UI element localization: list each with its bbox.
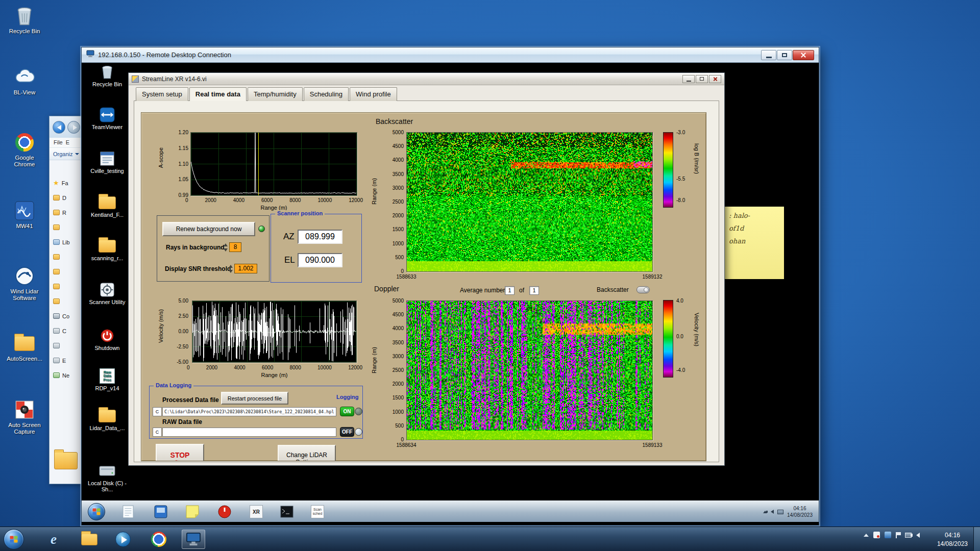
remote-icon-shutdown[interactable]: Shutdown [86, 328, 129, 351]
remote-icon-scanning-folder[interactable]: scanning_r... [86, 238, 129, 261]
remote-icon-recycle-bin[interactable]: Recycle Bin [86, 64, 129, 87]
stop-software-button[interactable]: STOP software [156, 444, 204, 461]
tick-label: 1000 [381, 241, 404, 246]
taskbar-chrome-icon[interactable] [149, 530, 168, 549]
explorer-tree-item[interactable]: E [50, 353, 82, 368]
explorer-tree-item[interactable] [50, 338, 82, 353]
show-desktop-button[interactable] [973, 527, 980, 551]
explorer-tree-item[interactable] [50, 279, 82, 294]
taskbar-notepad-icon[interactable] [120, 504, 136, 519]
desktop-icon-wind-lidar[interactable]: Wind Lidar Software [4, 265, 45, 302]
az-value-field[interactable]: 089.999 [298, 230, 342, 244]
rays-value-field[interactable]: 8 [229, 242, 241, 252]
remote-start-button[interactable] [88, 503, 105, 520]
tick-label: 12000 [348, 365, 362, 370]
explorer-tree-item[interactable] [50, 294, 82, 309]
close-button[interactable] [793, 50, 814, 60]
explorer-tree-item[interactable]: Co [50, 309, 82, 323]
remote-icon-teamviewer[interactable]: TeamViewer [86, 107, 129, 130]
tray-app-icon[interactable] [885, 532, 891, 538]
desktop-icon-google-chrome[interactable]: Google Chrome [4, 132, 45, 168]
velocity-ylabel: Velocity (m/s) [158, 309, 164, 343]
average-total-field[interactable]: 1 [529, 286, 539, 295]
host-clock[interactable]: 04:16 14/08/2023 [937, 531, 968, 548]
raw-path-field[interactable] [162, 428, 336, 437]
minimize-button[interactable] [761, 50, 776, 60]
taskbar-app-icon[interactable] [153, 504, 168, 519]
explorer-tree-item[interactable]: Lib [50, 235, 82, 249]
explorer-tree-item[interactable]: C [50, 323, 82, 338]
tray-security-icon[interactable] [873, 532, 880, 538]
tab-wind-profile[interactable]: Wind profile [350, 87, 397, 101]
processed-logging-toggle[interactable]: ON [340, 407, 354, 416]
desktop-icon-auto-screen-capture[interactable]: Auto Screen Capture [4, 399, 45, 435]
taskbar-media-player-icon[interactable] [113, 530, 133, 549]
taskbar-scan-sched-icon[interactable]: Scansched [310, 504, 325, 519]
explorer-tree-item[interactable] [50, 220, 82, 235]
desktop-icon-recycle-bin[interactable]: Recycle Bin [4, 5, 45, 35]
raw-logging-toggle[interactable]: OFF [340, 427, 354, 437]
remote-icon-local-disk[interactable]: Local Disk (C) - Sh... [86, 463, 129, 492]
forward-button[interactable] [67, 121, 80, 134]
action-center-icon[interactable] [896, 532, 900, 538]
restart-processed-button[interactable]: Restart processed file [221, 392, 288, 405]
data-logging-title: Data Logging [154, 382, 193, 388]
taskbar-xr-icon[interactable]: XR [249, 504, 264, 519]
back-button[interactable] [53, 121, 65, 134]
maximize-button[interactable] [696, 75, 708, 83]
rdp-titlebar[interactable]: 192.168.0.150 - Remote Desktop Connectio… [82, 47, 819, 63]
network-icon[interactable] [777, 510, 783, 514]
processed-path-field[interactable]: C:\Lidar\Data\Proc\2023\202308\20230814\… [162, 407, 336, 416]
volume-icon[interactable] [771, 510, 774, 514]
explorer-tree-item[interactable]: R [50, 205, 82, 220]
average-number-field[interactable]: 1 [505, 286, 514, 295]
streamline-titlebar[interactable]: StreamLine XR v14-6.vi [129, 73, 724, 85]
desktop-icon-bl-view[interactable]: BL-View [4, 66, 45, 96]
hidden-icons-button[interactable] [864, 534, 869, 537]
snr-spinner[interactable] [229, 264, 233, 274]
volume-icon[interactable] [916, 533, 920, 538]
rays-spinner[interactable] [224, 242, 228, 253]
organize-button[interactable]: Organiz [50, 148, 82, 160]
renew-background-button[interactable]: Renew background now [162, 222, 255, 236]
processed-drive-box[interactable]: C [153, 407, 162, 416]
remote-clock[interactable]: 04:16 14/08/2023 [787, 505, 813, 519]
el-value-field[interactable]: 090.000 [298, 253, 342, 267]
minimize-button[interactable] [682, 75, 695, 83]
remote-icon-scanner-utility[interactable]: Scanner Utility [86, 282, 129, 305]
raw-drive-box[interactable]: C [153, 428, 162, 437]
tab-real-time-data[interactable]: Real time data [189, 87, 247, 101]
change-lidar-settings-button[interactable]: Change LiDAR Settings [278, 445, 336, 461]
taskbar-shutdown-icon[interactable] [217, 504, 232, 519]
tab-scheduling[interactable]: Scheduling [304, 87, 349, 101]
remote-icon-cville-testing[interactable]: Cville_testing [86, 151, 129, 174]
explorer-tree-item[interactable] [50, 249, 82, 264]
explorer-tree-item[interactable]: Ne [50, 368, 82, 383]
explorer-folder-item[interactable] [54, 452, 78, 469]
remote-icon-lidar-data-folder[interactable]: Lidar_Data_... [86, 408, 129, 431]
explorer-tree-item[interactable]: ★Fa [50, 176, 82, 190]
remote-icon-kentland-folder[interactable]: Kentland_F... [86, 194, 129, 218]
taskbar-cmd-icon[interactable] [279, 504, 295, 519]
maximize-button[interactable] [777, 50, 792, 60]
close-button[interactable] [709, 75, 721, 83]
processed-toggle-knob[interactable] [355, 408, 362, 415]
tab-system-setup[interactable]: System setup [136, 87, 188, 101]
taskbar-sticky-notes-icon[interactable] [185, 504, 200, 519]
start-button[interactable] [4, 529, 24, 549]
clock-date: 14/08/2023 [937, 540, 968, 548]
taskbar-internet-explorer-icon[interactable] [44, 530, 63, 549]
desktop-icon-autoscreen-folder[interactable]: AutoScreen... [4, 333, 45, 362]
explorer-tree-item[interactable] [50, 264, 82, 279]
explorer-menubar[interactable]: File E [50, 138, 82, 148]
taskbar-rdp-icon[interactable] [182, 530, 205, 549]
remote-icon-rdp-v14[interactable]: RawDataProc RDP_v14 [86, 368, 129, 391]
backscatter-doppler-toggle[interactable] [636, 286, 650, 293]
raw-toggle-knob[interactable] [355, 428, 362, 436]
taskbar-explorer-icon[interactable] [80, 530, 99, 549]
desktop-icon-mw41[interactable]: MW41 [4, 200, 45, 230]
renew-led-indicator[interactable] [258, 226, 265, 232]
tab-temp-humidity[interactable]: Temp/humidity [248, 87, 303, 101]
explorer-tree-item[interactable]: D [50, 190, 82, 205]
snr-value-field[interactable]: 1.002 [234, 264, 257, 273]
